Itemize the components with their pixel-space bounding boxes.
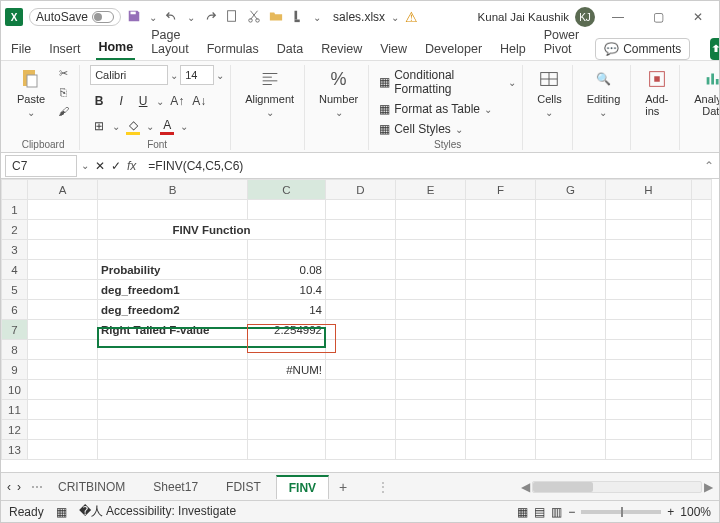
cancel-formula-icon[interactable]: ✕ bbox=[95, 159, 105, 173]
col-C[interactable]: C bbox=[248, 180, 326, 200]
sheet-tab-critbinom[interactable]: CRITBINOM bbox=[45, 475, 138, 498]
zoom-in-button[interactable]: + bbox=[667, 505, 674, 519]
share-button[interactable] bbox=[710, 38, 720, 60]
row-13[interactable]: 13 bbox=[2, 440, 28, 460]
tab-nav-prev[interactable]: ‹ bbox=[7, 480, 11, 494]
col-A[interactable]: A bbox=[28, 180, 98, 200]
col-D[interactable]: D bbox=[326, 180, 396, 200]
sheet-tab-sheet17[interactable]: Sheet17 bbox=[140, 475, 211, 498]
fontcolor-dd[interactable]: ⌄ bbox=[180, 121, 188, 132]
cell-C6[interactable]: 14 bbox=[248, 300, 326, 320]
row-12[interactable]: 12 bbox=[2, 420, 28, 440]
tab-page-layout[interactable]: Page Layout bbox=[149, 24, 191, 60]
tab-file[interactable]: File bbox=[9, 38, 33, 60]
copy-button[interactable]: ⎘ bbox=[53, 84, 73, 100]
decrease-font-button[interactable]: A↓ bbox=[190, 92, 208, 110]
tab-formulas[interactable]: Formulas bbox=[205, 38, 261, 60]
formula-input[interactable]: =FINV(C4,C5,C6) bbox=[142, 159, 699, 173]
autosave-toggle[interactable]: AutoSave bbox=[29, 8, 121, 26]
row-8[interactable]: 8 bbox=[2, 340, 28, 360]
minimize-button[interactable]: — bbox=[601, 3, 635, 31]
cell-C9[interactable]: #NUM! bbox=[248, 360, 326, 380]
analyze-button[interactable]: Analyze Data bbox=[690, 65, 720, 119]
sheet-tab-fdist[interactable]: FDIST bbox=[213, 475, 274, 498]
cell-styles-button[interactable]: ▦ Cell Styles ⌄ bbox=[379, 121, 463, 137]
sheet-tab-finv[interactable]: FINV bbox=[276, 475, 329, 499]
add-sheet-button[interactable]: + bbox=[331, 479, 355, 495]
increase-font-button[interactable]: A↑ bbox=[168, 92, 186, 110]
number-button[interactable]: % Number⌄ bbox=[315, 65, 362, 120]
cell-C7[interactable]: 2.254992 bbox=[248, 320, 326, 340]
italic-button[interactable]: I bbox=[112, 92, 130, 110]
underline-dd[interactable]: ⌄ bbox=[156, 96, 164, 107]
tab-home[interactable]: Home bbox=[96, 36, 135, 60]
expand-formula-bar[interactable]: ⌃ bbox=[699, 159, 719, 173]
addins-button[interactable]: Add-ins bbox=[641, 65, 673, 119]
save-icon[interactable] bbox=[127, 9, 141, 26]
row-3[interactable]: 3 bbox=[2, 240, 28, 260]
accessibility-status[interactable]: �人 Accessibility: Investigate bbox=[79, 503, 236, 520]
open-icon[interactable] bbox=[269, 9, 283, 26]
maximize-button[interactable]: ▢ bbox=[641, 3, 675, 31]
row-10[interactable]: 10 bbox=[2, 380, 28, 400]
close-button[interactable]: ✕ bbox=[681, 3, 715, 31]
col-B[interactable]: B bbox=[98, 180, 248, 200]
view-layout-icon[interactable]: ▤ bbox=[534, 505, 545, 519]
warning-icon[interactable]: ⚠ bbox=[405, 9, 418, 25]
cell-title[interactable]: FINV Function bbox=[98, 220, 326, 240]
save-dropdown-icon[interactable]: ⌄ bbox=[149, 12, 157, 23]
select-all[interactable] bbox=[2, 180, 28, 200]
fill-dd[interactable]: ⌄ bbox=[146, 121, 154, 132]
horizontal-scrollbar[interactable]: ◀ ▶ bbox=[521, 480, 713, 494]
row-9[interactable]: 9 bbox=[2, 360, 28, 380]
row-7[interactable]: 7 bbox=[2, 320, 28, 340]
border-button[interactable]: ⊞ bbox=[90, 117, 108, 135]
cut-button[interactable]: ✂ bbox=[53, 65, 73, 81]
namebox-dropdown[interactable]: ⌄ bbox=[81, 160, 89, 171]
conditional-formatting-button[interactable]: ▦ Conditional Formatting ⌄ bbox=[379, 67, 516, 97]
qat-more-icon[interactable]: ⌄ bbox=[313, 12, 321, 23]
redo-icon[interactable] bbox=[203, 9, 217, 26]
fx-icon[interactable]: fx bbox=[127, 159, 136, 173]
macro-icon[interactable]: ▦ bbox=[56, 505, 67, 519]
view-pagebreak-icon[interactable]: ▥ bbox=[551, 505, 562, 519]
tab-review[interactable]: Review bbox=[319, 38, 364, 60]
cell-C3[interactable] bbox=[248, 240, 326, 260]
bold-button[interactable]: B bbox=[90, 92, 108, 110]
cells-button[interactable]: Cells⌄ bbox=[533, 65, 565, 120]
comments-button[interactable]: 💬 Comments bbox=[595, 38, 690, 60]
font-name-select[interactable]: Calibri bbox=[90, 65, 168, 85]
col-G[interactable]: G bbox=[536, 180, 606, 200]
row-5[interactable]: 5 bbox=[2, 280, 28, 300]
touch-mode-icon[interactable] bbox=[291, 9, 305, 26]
cell-B4[interactable]: Probability bbox=[98, 260, 248, 280]
cell-B7[interactable]: Right Tailed F-value bbox=[98, 320, 248, 340]
row-1[interactable]: 1 bbox=[2, 200, 28, 220]
view-normal-icon[interactable]: ▦ bbox=[517, 505, 528, 519]
cell-C4[interactable]: 0.08 bbox=[248, 260, 326, 280]
cell-B3[interactable] bbox=[98, 240, 248, 260]
fill-color-button[interactable]: ◇ bbox=[124, 117, 142, 135]
cut-icon[interactable] bbox=[247, 9, 261, 26]
border-dd[interactable]: ⌄ bbox=[112, 121, 120, 132]
cell-B6[interactable]: deg_freedom2 bbox=[98, 300, 248, 320]
row-11[interactable]: 11 bbox=[2, 400, 28, 420]
tab-power-pivot[interactable]: Power Pivot bbox=[542, 24, 581, 60]
tab-nav-more[interactable]: ⋯ bbox=[31, 480, 43, 494]
alignment-button[interactable]: Alignment⌄ bbox=[241, 65, 298, 120]
zoom-slider[interactable] bbox=[581, 510, 661, 514]
underline-button[interactable]: U bbox=[134, 92, 152, 110]
filename[interactable]: sales.xlsx bbox=[333, 10, 385, 24]
row-4[interactable]: 4 bbox=[2, 260, 28, 280]
accept-formula-icon[interactable]: ✓ bbox=[111, 159, 121, 173]
cell-C5[interactable]: 10.4 bbox=[248, 280, 326, 300]
col-I[interactable] bbox=[692, 180, 712, 200]
tab-nav-next[interactable]: › bbox=[17, 480, 21, 494]
new-icon[interactable] bbox=[225, 9, 239, 26]
row-6[interactable]: 6 bbox=[2, 300, 28, 320]
tab-developer[interactable]: Developer bbox=[423, 38, 484, 60]
row-2[interactable]: 2 bbox=[2, 220, 28, 240]
cell-B5[interactable]: deg_freedom1 bbox=[98, 280, 248, 300]
font-size-select[interactable]: 14 bbox=[180, 65, 214, 85]
filename-dropdown-icon[interactable]: ⌄ bbox=[391, 12, 399, 23]
